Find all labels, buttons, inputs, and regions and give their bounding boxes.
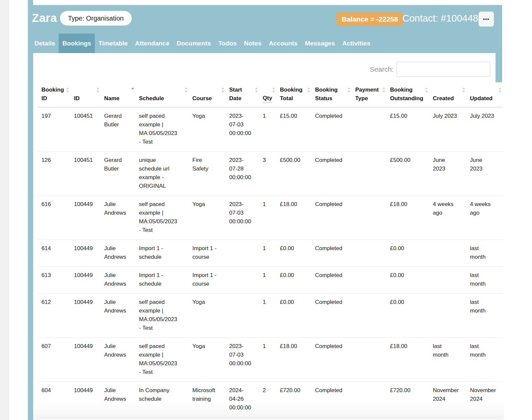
cell-booking_outstanding: £0.00 <box>386 294 429 338</box>
cell-created: November 2024 <box>429 382 466 417</box>
cell-course: Yoga <box>189 107 226 152</box>
cell-qty: 3 <box>259 152 276 196</box>
column-header-booking_total[interactable]: Booking Total▲▼ <box>276 83 311 107</box>
cell-schedule: Import 1 - schedule <box>135 240 189 267</box>
cell-created: July 2023 <box>429 107 466 152</box>
cell-qty: 2 <box>259 382 276 417</box>
contact-name: Zara <box>32 11 57 25</box>
cell-schedule: self paced example | MA:05/05/2023 - Tes… <box>135 196 189 240</box>
sort-arrows-icon: ▲▼ <box>131 87 134 93</box>
tab-documents[interactable]: Documents <box>173 34 215 53</box>
column-header-course[interactable]: Course▲▼ <box>189 83 226 107</box>
column-header-booking_status[interactable]: Booking Status▲▼ <box>311 83 352 107</box>
bookings-table: Booking ID▲▼ID▲▼Name▲▼Schedule▲▼Course▲▼… <box>38 83 503 417</box>
cell-start_date: 2023-07-03 00:00:00 <box>226 196 259 240</box>
column-header-qty[interactable]: Qty▲▼ <box>259 83 276 107</box>
column-label: Qty <box>263 94 272 103</box>
cell-id: 100449 <box>70 196 100 240</box>
balance-badge: Balance = -22258 <box>337 12 403 26</box>
cell-updated: last month <box>466 338 503 382</box>
cell-booking_outstanding: £18.00 <box>386 338 429 382</box>
column-header-payment_type[interactable]: Payment Type▲▼ <box>352 83 386 107</box>
cell-booking_outstanding: £720.00 <box>386 382 429 417</box>
cell-booking_id: 197 <box>38 107 70 152</box>
cell-booking_status: Completed <box>311 240 352 267</box>
bookings-card: Search: Booking ID▲▼ID▲▼Name▲▼Schedule▲▼… <box>33 53 504 420</box>
cell-name: Gerard Butler <box>100 107 135 152</box>
cell-updated: last month <box>466 294 503 338</box>
tab-bar: DetailsBookingsTimetableAttendanceDocume… <box>31 34 374 53</box>
column-header-id[interactable]: ID▲▼ <box>70 83 100 107</box>
cell-updated: last month <box>466 267 503 294</box>
tab-bookings[interactable]: Bookings <box>59 34 95 53</box>
column-header-booking_outstanding[interactable]: Booking Outstanding▲▼ <box>386 83 429 107</box>
cell-name: Julie Andrews <box>100 240 135 267</box>
tab-timetable[interactable]: Timetable <box>95 34 131 53</box>
column-header-updated[interactable]: Updated▲▼ <box>466 83 503 107</box>
sort-arrows-icon: ▲▼ <box>255 87 258 93</box>
cell-booking_total: £18.00 <box>276 338 311 382</box>
cell-course: Yoga <box>189 294 226 338</box>
tab-activities[interactable]: Activities <box>339 34 374 53</box>
cell-booking_outstanding: £0.00 <box>386 240 429 267</box>
sort-arrows-icon: ▲▼ <box>425 87 428 93</box>
sort-arrows-icon: ▲▼ <box>184 87 188 93</box>
cell-payment_type <box>352 152 386 196</box>
cell-booking_outstanding: £0.00 <box>386 267 429 294</box>
cell-booking_total: £0.00 <box>276 267 311 294</box>
tab-messages[interactable]: Messages <box>301 34 339 53</box>
cell-id: 100449 <box>70 240 100 267</box>
cell-start_date <box>226 267 259 294</box>
cell-payment_type <box>352 338 386 382</box>
more-actions-button[interactable] <box>479 12 494 27</box>
tab-todos[interactable]: Todos <box>215 34 240 53</box>
cell-start_date: 2023-07-03 00:00:00 <box>226 338 259 382</box>
cell-schedule: self paced example | MA:05/05/2023 - Tes… <box>135 338 189 382</box>
cell-created: last month <box>429 338 466 382</box>
column-label: Booking ID <box>41 86 66 103</box>
tab-notes[interactable]: Notes <box>240 34 265 53</box>
cell-qty: 1 <box>259 338 276 382</box>
cell-updated: 4 weeks ago <box>466 196 503 240</box>
search-input[interactable] <box>397 62 490 77</box>
cell-booking_total: £0.00 <box>276 294 311 338</box>
cell-course: Import 1 - course <box>189 240 226 267</box>
column-header-name[interactable]: Name▲▼ <box>100 83 135 107</box>
cell-name: Julie Andrews <box>100 338 135 382</box>
cell-created <box>429 294 466 338</box>
column-header-schedule[interactable]: Schedule▲▼ <box>135 83 189 107</box>
cell-payment_type <box>352 382 386 417</box>
cell-updated: July 2023 <box>466 107 503 152</box>
table-row: 607100449Julie Andrewsself paced example… <box>38 338 503 382</box>
table-row: 613100449Julie AndrewsImport 1 - schedul… <box>38 267 503 294</box>
ellipsis-icon <box>483 17 490 22</box>
cell-id: 100449 <box>70 267 100 294</box>
column-header-booking_id[interactable]: Booking ID▲▼ <box>38 83 70 107</box>
cell-schedule: unique schedule url example - ORIGINAL <box>135 152 189 196</box>
sort-arrows-icon: ▲▼ <box>307 87 310 93</box>
cell-booking_total: £15.00 <box>276 107 311 152</box>
column-label: Start Date <box>229 86 254 103</box>
column-label: Payment Type <box>355 86 382 103</box>
cell-booking_total: £0.00 <box>276 240 311 267</box>
cell-updated: November 2024 <box>466 382 503 417</box>
cell-booking_status: Completed <box>311 107 352 152</box>
tab-accounts[interactable]: Accounts <box>265 34 301 53</box>
sort-arrows-icon: ▲▼ <box>66 87 69 93</box>
cell-payment_type <box>352 107 386 152</box>
cell-schedule: self paced example | MA:05/05/2023 - Tes… <box>135 107 189 152</box>
cell-start_date <box>226 294 259 338</box>
tab-attendance[interactable]: Attendance <box>131 34 173 53</box>
cell-booking_outstanding: £15.00 <box>386 107 429 152</box>
bookings-table-wrapper: Booking ID▲▼ID▲▼Name▲▼Schedule▲▼Course▲▼… <box>38 83 503 417</box>
table-row: 612100449Julie Andrewsself paced example… <box>38 294 503 338</box>
tab-details[interactable]: Details <box>31 34 59 53</box>
cell-created: 4 weeks ago <box>429 196 466 240</box>
cell-schedule: In Company schedule <box>135 382 189 417</box>
cell-payment_type <box>352 196 386 240</box>
cell-booking_status: Completed <box>311 382 352 417</box>
column-header-start_date[interactable]: Start Date▲▼ <box>226 83 259 107</box>
cell-booking_id: 604 <box>38 382 70 417</box>
cell-booking_status: Completed <box>311 152 352 196</box>
column-header-created[interactable]: Created▲▼ <box>429 83 466 107</box>
